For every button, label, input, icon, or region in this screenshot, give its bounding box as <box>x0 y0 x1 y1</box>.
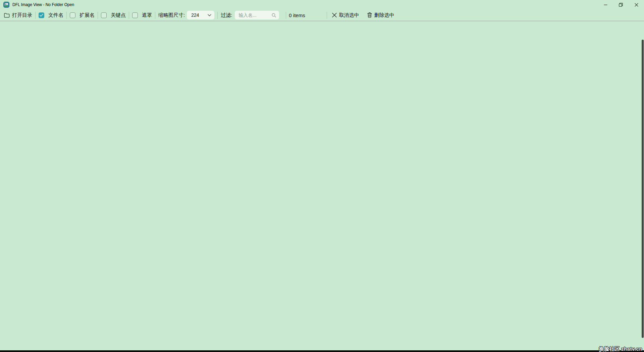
open-directory-button[interactable]: 打开目录 <box>4 12 32 18</box>
restore-icon <box>619 3 623 7</box>
filter-input[interactable] <box>238 12 269 18</box>
search-icon <box>272 13 276 17</box>
deselect-button[interactable]: 取消选中 <box>332 12 359 18</box>
close-button[interactable] <box>629 0 644 9</box>
checkbox-extension[interactable]: 扩展名 <box>70 12 95 18</box>
toolbar-separator <box>35 12 36 19</box>
watermark-text: 换脸社区 zhatv.cn <box>599 346 642 352</box>
checkbox-icon <box>132 12 138 18</box>
toolbar-separator <box>155 12 155 19</box>
window-controls <box>598 0 644 9</box>
checkbox-keypoints[interactable]: 关键点 <box>101 12 126 18</box>
checkbox-mask[interactable]: 遮罩 <box>132 12 152 18</box>
checkbox-filename[interactable]: 文件名 <box>39 12 63 18</box>
trash-icon <box>367 12 372 18</box>
folder-icon <box>4 13 10 18</box>
checkbox-label: 遮罩 <box>142 12 152 18</box>
toolbar-separator <box>66 12 67 19</box>
delete-selected-button[interactable]: 删除选中 <box>367 12 394 18</box>
checkbox-label: 文件名 <box>48 12 63 18</box>
close-icon <box>635 3 638 7</box>
thumbnail-size-value: 224 <box>191 12 199 18</box>
checkbox-icon <box>39 12 44 18</box>
window-title: DFL Image View - No Folder Open <box>12 2 74 7</box>
bottom-bar <box>0 350 644 352</box>
minimize-icon <box>604 3 607 7</box>
checkbox-icon <box>101 12 107 18</box>
chevron-down-icon <box>208 14 211 16</box>
toolbar-separator <box>129 12 129 19</box>
checkbox-label: 扩展名 <box>79 12 95 18</box>
toolbar: 打开目录 文件名 扩展名 关键点 遮罩 缩略图尺寸: 224 <box>0 9 644 21</box>
app-icon <box>3 2 9 8</box>
thumbnail-size-select[interactable]: 224 <box>187 11 214 19</box>
checkbox-icon <box>70 12 75 18</box>
minimize-button[interactable] <box>598 0 613 9</box>
thumbnail-grid-area <box>0 21 644 352</box>
delete-selected-label: 删除选中 <box>374 12 394 18</box>
filter-search-box <box>235 11 279 19</box>
thumbnail-size-label: 缩略图尺寸: <box>158 12 185 18</box>
toolbar-separator <box>327 12 327 19</box>
toolbar-separator <box>98 12 98 19</box>
open-directory-label: 打开目录 <box>12 12 32 18</box>
filter-label: 过滤: <box>221 12 232 18</box>
titlebar: DFL Image View - No Folder Open <box>0 0 644 9</box>
restore-button[interactable] <box>613 0 629 9</box>
cancel-x-icon <box>332 13 337 17</box>
items-count: 0 items <box>289 12 305 18</box>
checkbox-label: 关键点 <box>111 12 126 18</box>
toolbar-separator <box>286 12 286 19</box>
toolbar-separator <box>217 12 218 19</box>
vertical-scrollbar[interactable] <box>642 40 644 338</box>
deselect-label: 取消选中 <box>339 12 359 18</box>
